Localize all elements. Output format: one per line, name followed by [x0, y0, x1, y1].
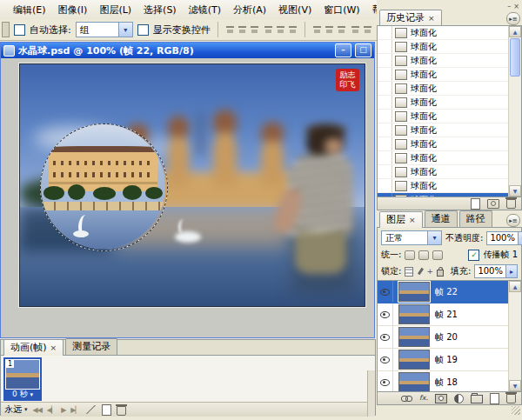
slider-arrow-icon[interactable]: ▸ [518, 232, 522, 244]
visibility-toggle[interactable] [378, 326, 393, 348]
close-icon[interactable]: × [409, 216, 416, 224]
layer-row[interactable]: 帧 18 [378, 371, 521, 392]
menu-window[interactable]: 窗口(W) [318, 1, 365, 19]
adjustment-layer-icon[interactable] [454, 394, 464, 403]
distribute-bottom-edges-icon[interactable] [337, 25, 346, 34]
close-icon[interactable]: × [428, 14, 435, 23]
canvas-image[interactable]: 励志 印飞 [19, 63, 365, 307]
delete-state-icon[interactable] [506, 199, 516, 209]
new-layer-icon[interactable] [490, 393, 499, 404]
history-scrollbar[interactable]: ▲ ▼ [508, 26, 521, 197]
next-frame-button[interactable]: ▶▏ [70, 406, 79, 414]
scroll-up-icon[interactable]: ▲ [509, 281, 521, 292]
align-right-edges-icon[interactable] [288, 25, 298, 34]
opacity-field[interactable]: 100% ▸ [486, 231, 522, 245]
lock-all-icon[interactable] [437, 270, 444, 277]
menu-layer[interactable]: 图层(L) [93, 1, 137, 19]
minimize-icon[interactable]: – [507, 3, 511, 10]
maximize-button[interactable]: □ [355, 43, 371, 57]
menu-select[interactable]: 选择(S) [137, 1, 183, 19]
align-bottom-edges-icon[interactable] [250, 25, 259, 34]
delete-frame-icon[interactable] [117, 406, 126, 416]
visibility-toggle[interactable] [378, 371, 393, 392]
scroll-up-icon[interactable]: ▲ [509, 26, 521, 37]
animation-scrollbar[interactable] [367, 370, 375, 417]
link-layers-icon[interactable] [401, 396, 412, 401]
crystal-ball-selection[interactable] [41, 124, 165, 249]
play-button[interactable]: ▶ [61, 406, 65, 414]
layer-row[interactable]: 帧 20 [378, 326, 521, 349]
visibility-toggle[interactable] [378, 349, 393, 370]
minimize-button[interactable]: – [335, 43, 351, 57]
layer-thumbnail[interactable] [398, 327, 430, 347]
distribute-top-edges-icon[interactable] [312, 25, 322, 34]
tab-history[interactable]: 历史记录 × [379, 10, 442, 26]
lock-transparency-icon[interactable] [405, 267, 413, 277]
menu-view[interactable]: 视图(V) [272, 1, 318, 19]
tool-preset-icon[interactable] [2, 22, 10, 37]
menu-analysis[interactable]: 分析(A) [227, 1, 272, 19]
tab-channels[interactable]: 通道 [425, 210, 458, 227]
animation-frame-1[interactable]: 1 0 秒 ▾ [3, 357, 42, 401]
layer-style-icon[interactable]: fx. [419, 394, 428, 403]
new-document-from-state-icon[interactable] [471, 198, 480, 210]
layer-thumbnail[interactable] [398, 304, 430, 324]
history-state-row[interactable]: 球面化 [378, 165, 521, 179]
history-state-row[interactable]: 球面化 [378, 82, 521, 96]
blend-mode-dropdown[interactable]: 正常 ▾ [381, 230, 442, 245]
history-state-row[interactable]: 球面化 [378, 26, 521, 40]
frame-delay-dropdown[interactable]: 0 秒 ▾ [5, 390, 40, 400]
new-group-icon[interactable] [471, 395, 483, 403]
layer-row[interactable]: 帧 21 [378, 303, 521, 326]
panel-menu-icon[interactable]: ▸≡ [506, 12, 520, 25]
new-snapshot-icon[interactable] [487, 199, 499, 209]
lock-pixels-icon[interactable] [417, 268, 424, 276]
unify-visibility-icon[interactable] [418, 250, 429, 260]
previous-frame-button[interactable]: ◀▏ [47, 406, 56, 414]
tab-measurement-log[interactable]: 测量记录 [65, 338, 117, 355]
unify-style-icon[interactable] [432, 250, 443, 260]
history-state-row[interactable]: 球面化 [378, 151, 521, 165]
layer-row[interactable]: 帧 19 [378, 349, 521, 371]
menu-edit[interactable]: 编辑(E) [7, 1, 52, 19]
layers-scrollbar[interactable]: ▲ ▼ [508, 281, 521, 391]
add-layer-mask-icon[interactable] [435, 394, 447, 403]
scroll-down-icon[interactable]: ▼ [509, 185, 521, 197]
loop-mode-dropdown[interactable]: 永远 ▾ [4, 403, 28, 416]
distribute-left-edges-icon[interactable] [351, 25, 360, 34]
history-state-row[interactable]: 球面化 [378, 96, 521, 110]
tab-paths[interactable]: 路径 [459, 210, 492, 227]
close-icon[interactable]: × [50, 343, 57, 352]
show-transform-checkbox[interactable] [137, 24, 149, 36]
align-horizontal-centers-icon[interactable] [276, 25, 285, 34]
document-title-bar[interactable]: 水晶球.psd @ 100% (帧 22, RGB/8) – □ [1, 43, 374, 58]
propagate-frame-checkbox[interactable]: ✓ [468, 250, 479, 261]
scrollbar-thumb[interactable] [510, 38, 520, 77]
delete-layer-icon[interactable] [506, 394, 516, 403]
unify-position-icon[interactable] [405, 250, 415, 260]
slider-arrow-icon[interactable]: ▸ [505, 265, 517, 277]
visibility-toggle[interactable] [378, 281, 393, 303]
history-state-row[interactable]: 球面化 [378, 137, 521, 151]
history-state-row[interactable]: 球面化 [378, 40, 521, 54]
history-state-row[interactable]: 球面化 [378, 110, 521, 123]
first-frame-button[interactable]: ◀◀ [33, 406, 42, 414]
align-top-edges-icon[interactable] [225, 25, 235, 34]
fill-field[interactable]: 100% ▸ [474, 264, 518, 278]
menu-image[interactable]: 图像(I) [52, 1, 94, 19]
duplicate-frame-icon[interactable] [102, 404, 111, 416]
tab-animation-frames[interactable]: 动画(帧) × [3, 339, 64, 356]
resize-grip[interactable] [512, 406, 520, 415]
history-state-row[interactable]: 球面化 [378, 54, 521, 68]
history-state-row[interactable]: 球面化 [378, 68, 521, 82]
visibility-toggle[interactable] [378, 303, 393, 325]
tab-layers[interactable]: 图层 × [379, 211, 423, 228]
history-state-row[interactable]: 球面化 [378, 123, 521, 137]
tween-icon[interactable] [85, 405, 97, 414]
close-icon[interactable]: × [513, 3, 519, 10]
menu-filter[interactable]: 滤镜(T) [183, 1, 227, 19]
chevron-down-icon[interactable]: ▾ [118, 23, 132, 37]
align-vertical-centers-icon[interactable] [238, 25, 247, 34]
layer-thumbnail[interactable] [398, 282, 430, 302]
history-state-row-selected[interactable]: ▶球面化 [378, 193, 521, 197]
